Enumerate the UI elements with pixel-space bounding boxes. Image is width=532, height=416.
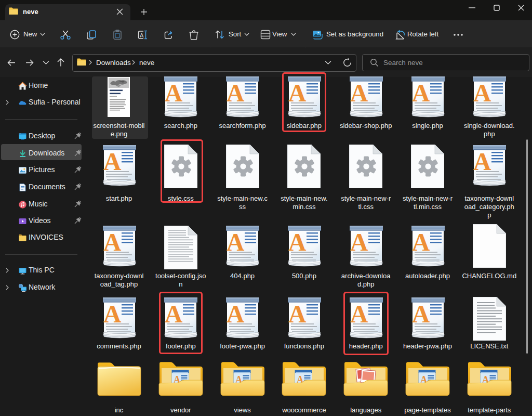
svg-text:A: A	[140, 32, 144, 38]
